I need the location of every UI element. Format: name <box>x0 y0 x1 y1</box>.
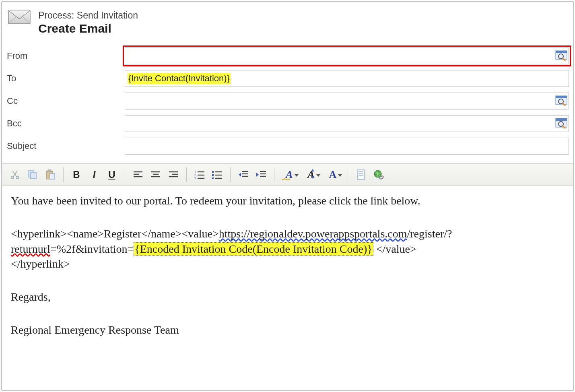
insert-hyperlink-button[interactable] <box>371 167 386 183</box>
to-row: To {Invite Contact(Invitation)} <box>6 70 569 87</box>
bcc-label: Bcc <box>6 118 125 129</box>
toolbar-separator <box>230 167 231 182</box>
toolbar-separator <box>274 167 274 182</box>
document-icon <box>357 169 365 180</box>
svg-rect-2 <box>556 51 567 53</box>
svg-rect-18 <box>31 172 36 179</box>
italic-button[interactable]: I <box>87 167 101 183</box>
tag-close-value: </value> <box>373 243 416 255</box>
outdent-button[interactable] <box>236 167 251 183</box>
page-title: Create Email <box>38 22 138 35</box>
header: Process: Send Invitation Create Email <box>2 2 573 35</box>
font-color-button[interactable]: A <box>324 167 342 183</box>
copy-button[interactable] <box>25 167 40 183</box>
cc-row: Cc <box>6 93 569 109</box>
svg-rect-49 <box>357 170 365 179</box>
tag-open: <hyperlink><name>Register</name><value> <box>11 227 219 240</box>
align-left-icon <box>133 171 143 179</box>
lookup-icon <box>555 50 567 62</box>
unordered-list-icon <box>212 170 223 179</box>
cc-input[interactable] <box>125 93 569 109</box>
globe-link-icon <box>373 169 384 180</box>
url-path: /register/? <box>407 227 452 240</box>
indent-icon <box>256 170 266 179</box>
window-frame: Process: Send Invitation Create Email Fr… <box>2 2 573 390</box>
fields-panel: From To {Invite Contact(Invitation)} <box>2 35 573 155</box>
ordered-list-button[interactable]: 1 2 3 <box>192 167 207 183</box>
editor-toolbar: B I U 1 <box>2 163 573 186</box>
body-signature: Regional Emergency Response Team <box>11 322 564 338</box>
body-regards: Regards, <box>11 289 564 305</box>
body-intro: You have been invited to our portal. To … <box>11 193 564 208</box>
ordered-list-icon: 1 2 3 <box>194 170 205 179</box>
paste-button[interactable] <box>43 167 58 183</box>
to-label: To <box>6 73 125 84</box>
bold-button[interactable]: B <box>69 167 84 183</box>
toolbar-separator <box>186 167 187 182</box>
align-right-icon <box>169 171 178 179</box>
to-token: {Invite Contact(Invitation)} <box>128 73 231 84</box>
paste-icon <box>45 169 56 180</box>
subject-input[interactable] <box>125 138 569 155</box>
insert-template-button[interactable] <box>354 167 368 183</box>
lookup-icon <box>555 95 567 107</box>
toolbar-separator <box>348 167 348 182</box>
svg-rect-0 <box>8 10 30 24</box>
tag-close-hyperlink: </hyperlink> <box>11 258 70 270</box>
from-lookup-button[interactable] <box>554 50 568 62</box>
subject-row: Subject <box>6 138 569 155</box>
bcc-input-wrap <box>125 115 569 132</box>
svg-rect-6 <box>556 96 567 98</box>
to-input-wrap: {Invite Contact(Invitation)} <box>125 70 569 87</box>
font-background-button[interactable]: A <box>280 167 299 183</box>
toolbar-separator <box>125 167 125 182</box>
underline-button[interactable]: U <box>105 167 119 183</box>
blank-line <box>11 309 564 322</box>
blank-line <box>11 213 564 226</box>
bcc-input[interactable] <box>125 115 569 132</box>
url-mid: =%2f&invitation= <box>50 243 134 255</box>
subject-label: Subject <box>6 141 125 151</box>
process-label: Process: Send Invitation <box>38 10 138 21</box>
bcc-lookup-button[interactable] <box>554 117 568 130</box>
from-row: From <box>6 47 569 64</box>
from-label: From <box>6 51 125 61</box>
align-center-button[interactable] <box>148 167 163 183</box>
envelope-icon <box>8 8 31 26</box>
outdent-icon <box>238 170 249 179</box>
cc-lookup-button[interactable] <box>554 95 568 107</box>
lookup-icon <box>555 118 567 129</box>
cc-input-wrap <box>125 93 569 109</box>
invitation-code-token: {Encoded Invitation Code(Encode Invitati… <box>134 242 373 256</box>
indent-button[interactable] <box>254 167 268 183</box>
font-a-glyph: A <box>329 169 337 181</box>
url-host: https://regionaldev.powerappsportals.com <box>219 227 407 240</box>
svg-text:3: 3 <box>194 177 196 179</box>
updown-arrows-icon <box>311 169 315 179</box>
subject-input-wrap <box>125 138 569 155</box>
chevron-down-icon <box>316 174 320 177</box>
svg-rect-20 <box>48 170 51 172</box>
svg-line-15 <box>13 171 17 177</box>
svg-line-16 <box>12 171 16 177</box>
font-size-button[interactable]: A <box>302 167 320 183</box>
cut-button[interactable] <box>8 167 22 183</box>
highlight-swash-icon <box>282 178 291 181</box>
url-returnurl: returnurl <box>11 243 50 255</box>
align-right-button[interactable] <box>166 167 181 183</box>
svg-rect-38 <box>212 174 214 176</box>
chevron-down-icon <box>338 174 342 177</box>
cc-label: Cc <box>6 96 125 106</box>
from-input[interactable] <box>125 47 569 64</box>
toolbar-separator <box>63 167 64 182</box>
unordered-list-button[interactable] <box>210 167 225 183</box>
bcc-row: Bcc <box>6 115 569 132</box>
from-input-wrap <box>125 47 569 64</box>
to-input[interactable]: {Invite Contact(Invitation)} <box>125 70 569 87</box>
body-hyperlink-block: <hyperlink><name>Register</name><value>h… <box>11 226 564 272</box>
blank-line <box>11 276 564 289</box>
align-left-button[interactable] <box>131 167 145 183</box>
chevron-down-icon <box>295 174 299 177</box>
editor-body[interactable]: You have been invited to our portal. To … <box>2 186 573 349</box>
align-center-icon <box>151 171 161 179</box>
